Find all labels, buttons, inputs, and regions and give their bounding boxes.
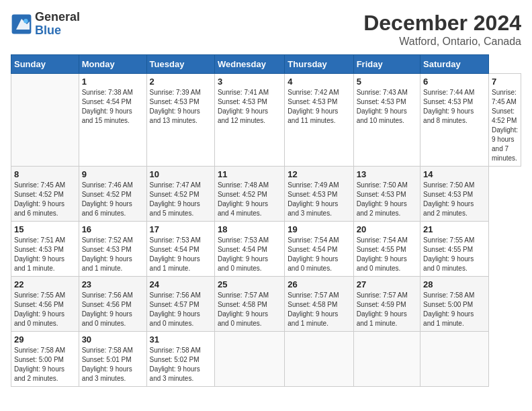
calendar-cell: 8Sunrise: 7:45 AMSunset: 4:52 PMDaylight…: [11, 167, 79, 222]
calendar-cell-empty: [11, 74, 79, 167]
day-number: 30: [82, 334, 144, 345]
day-number: 24: [150, 279, 212, 289]
day-number: 3: [218, 77, 281, 87]
day-info: Sunrise: 7:47 AMSunset: 4:52 PMDaylight:…: [150, 181, 212, 218]
calendar-cell: 19Sunrise: 7:54 AMSunset: 4:54 PMDayligh…: [285, 222, 353, 277]
day-number: 9: [82, 169, 144, 179]
calendar-cell: [420, 332, 489, 387]
day-info: Sunrise: 7:42 AMSunset: 4:53 PMDaylight:…: [287, 88, 350, 126]
day-info: Sunrise: 7:53 AMSunset: 4:54 PMDaylight:…: [218, 236, 281, 273]
calendar-cell: 7Sunrise: 7:45 AMSunset: 4:52 PMDaylight…: [489, 74, 521, 167]
day-info: Sunrise: 7:46 AMSunset: 4:52 PMDaylight:…: [82, 181, 144, 218]
day-info: Sunrise: 7:48 AMSunset: 4:52 PMDaylight:…: [218, 181, 281, 218]
calendar-cell: 3Sunrise: 7:41 AMSunset: 4:53 PMDaylight…: [214, 74, 284, 167]
day-info: Sunrise: 7:44 AMSunset: 4:53 PMDaylight:…: [423, 88, 486, 126]
logo-text-blue: Blue: [35, 24, 61, 37]
day-number: 11: [218, 169, 281, 179]
calendar-cell: 5Sunrise: 7:43 AMSunset: 4:53 PMDaylight…: [353, 74, 420, 167]
day-info: Sunrise: 7:55 AMSunset: 4:55 PMDaylight:…: [423, 236, 486, 273]
calendar-cell: 18Sunrise: 7:53 AMSunset: 4:54 PMDayligh…: [214, 222, 284, 277]
day-number: 18: [218, 224, 281, 234]
calendar-cell: 25Sunrise: 7:57 AMSunset: 4:58 PMDayligh…: [214, 277, 284, 332]
day-info: Sunrise: 7:51 AMSunset: 4:53 PMDaylight:…: [14, 236, 76, 273]
day-info: Sunrise: 7:54 AMSunset: 4:54 PMDaylight:…: [287, 236, 350, 273]
day-number: 14: [423, 169, 486, 179]
day-number: 7: [492, 77, 518, 87]
day-info: Sunrise: 7:53 AMSunset: 4:54 PMDaylight:…: [150, 236, 212, 273]
calendar-cell: 10Sunrise: 7:47 AMSunset: 4:52 PMDayligh…: [146, 167, 214, 222]
day-info: Sunrise: 7:58 AMSunset: 5:02 PMDaylight:…: [150, 346, 212, 383]
calendar-cell: 27Sunrise: 7:57 AMSunset: 4:59 PMDayligh…: [353, 277, 420, 332]
header-day-saturday: Saturday: [420, 55, 489, 74]
day-info: Sunrise: 7:52 AMSunset: 4:53 PMDaylight:…: [82, 236, 144, 273]
calendar-cell: 11Sunrise: 7:48 AMSunset: 4:52 PMDayligh…: [214, 167, 284, 222]
svg-point-2: [24, 19, 28, 23]
calendar-cell: 15Sunrise: 7:51 AMSunset: 4:53 PMDayligh…: [11, 222, 79, 277]
calendar-cell: 21Sunrise: 7:55 AMSunset: 4:55 PMDayligh…: [420, 222, 489, 277]
calendar-cell: 29Sunrise: 7:58 AMSunset: 5:00 PMDayligh…: [11, 332, 79, 387]
day-number: 27: [357, 279, 417, 289]
calendar-cell: 12Sunrise: 7:49 AMSunset: 4:53 PMDayligh…: [285, 167, 353, 222]
day-number: 10: [150, 169, 212, 179]
day-info: Sunrise: 7:58 AMSunset: 5:01 PMDaylight:…: [82, 346, 144, 383]
logo-icon: [11, 13, 32, 35]
day-info: Sunrise: 7:57 AMSunset: 4:59 PMDaylight:…: [357, 291, 417, 328]
day-info: Sunrise: 7:45 AMSunset: 4:52 PMDaylight:…: [14, 181, 76, 218]
calendar-cell: 23Sunrise: 7:56 AMSunset: 4:56 PMDayligh…: [79, 277, 146, 332]
day-info: Sunrise: 7:38 AMSunset: 4:54 PMDaylight:…: [82, 88, 144, 126]
day-number: 28: [423, 279, 486, 289]
day-info: Sunrise: 7:50 AMSunset: 4:53 PMDaylight:…: [423, 181, 486, 218]
header: General Blue December 2024 Watford, Onta…: [11, 11, 521, 48]
calendar-cell: 17Sunrise: 7:53 AMSunset: 4:54 PMDayligh…: [146, 222, 214, 277]
title-area: December 2024 Watford, Ontario, Canada: [363, 11, 521, 48]
day-number: 20: [357, 224, 417, 234]
day-number: 22: [14, 279, 76, 289]
logo: General Blue: [11, 11, 80, 38]
day-info: Sunrise: 7:43 AMSunset: 4:53 PMDaylight:…: [357, 88, 417, 126]
day-number: 6: [423, 77, 486, 87]
calendar-cell: 9Sunrise: 7:46 AMSunset: 4:52 PMDaylight…: [79, 167, 146, 222]
day-info: Sunrise: 7:55 AMSunset: 4:56 PMDaylight:…: [14, 291, 76, 328]
day-number: 26: [287, 279, 350, 289]
day-info: Sunrise: 7:50 AMSunset: 4:53 PMDaylight:…: [357, 181, 417, 218]
calendar-cell: 26Sunrise: 7:57 AMSunset: 4:58 PMDayligh…: [285, 277, 353, 332]
day-number: 31: [150, 334, 212, 345]
calendar-cell: [285, 332, 353, 387]
header-day-wednesday: Wednesday: [214, 55, 284, 74]
day-info: Sunrise: 7:56 AMSunset: 4:57 PMDaylight:…: [150, 291, 212, 328]
calendar-cell: 14Sunrise: 7:50 AMSunset: 4:53 PMDayligh…: [420, 167, 489, 222]
header-row: SundayMondayTuesdayWednesdayThursdayFrid…: [11, 55, 521, 74]
day-number: 12: [287, 169, 350, 179]
week-row-4: 29Sunrise: 7:58 AMSunset: 5:00 PMDayligh…: [11, 332, 521, 387]
day-number: 5: [357, 77, 417, 87]
header-day-tuesday: Tuesday: [146, 55, 214, 74]
day-number: 13: [357, 169, 417, 179]
day-info: Sunrise: 7:58 AMSunset: 5:00 PMDaylight:…: [423, 291, 486, 328]
calendar-cell: 24Sunrise: 7:56 AMSunset: 4:57 PMDayligh…: [146, 277, 214, 332]
calendar-table: SundayMondayTuesdayWednesdayThursdayFrid…: [11, 54, 521, 387]
week-row-2: 15Sunrise: 7:51 AMSunset: 4:53 PMDayligh…: [11, 222, 521, 277]
calendar-cell: 31Sunrise: 7:58 AMSunset: 5:02 PMDayligh…: [146, 332, 214, 387]
calendar-cell: 4Sunrise: 7:42 AMSunset: 4:53 PMDaylight…: [285, 74, 353, 167]
day-info: Sunrise: 7:39 AMSunset: 4:53 PMDaylight:…: [150, 88, 212, 126]
week-row-1: 8Sunrise: 7:45 AMSunset: 4:52 PMDaylight…: [11, 167, 521, 222]
day-info: Sunrise: 7:41 AMSunset: 4:53 PMDaylight:…: [218, 88, 281, 126]
day-number: 21: [423, 224, 486, 234]
day-info: Sunrise: 7:54 AMSunset: 4:55 PMDaylight:…: [357, 236, 417, 273]
day-number: 23: [82, 279, 144, 289]
calendar-cell: 1Sunrise: 7:38 AMSunset: 4:54 PMDaylight…: [79, 74, 146, 167]
day-number: 19: [287, 224, 350, 234]
day-number: 4: [287, 77, 350, 87]
day-info: Sunrise: 7:56 AMSunset: 4:56 PMDaylight:…: [82, 291, 144, 328]
main-title: December 2024: [363, 11, 521, 36]
header-day-sunday: Sunday: [11, 55, 79, 74]
day-number: 17: [150, 224, 212, 234]
calendar-cell: 20Sunrise: 7:54 AMSunset: 4:55 PMDayligh…: [353, 222, 420, 277]
day-number: 16: [82, 224, 144, 234]
day-number: 29: [14, 334, 76, 345]
header-day-friday: Friday: [353, 55, 420, 74]
calendar-cell: [353, 332, 420, 387]
week-row-3: 22Sunrise: 7:55 AMSunset: 4:56 PMDayligh…: [11, 277, 521, 332]
week-row-0: 1Sunrise: 7:38 AMSunset: 4:54 PMDaylight…: [11, 74, 521, 167]
calendar-cell: 30Sunrise: 7:58 AMSunset: 5:01 PMDayligh…: [79, 332, 146, 387]
